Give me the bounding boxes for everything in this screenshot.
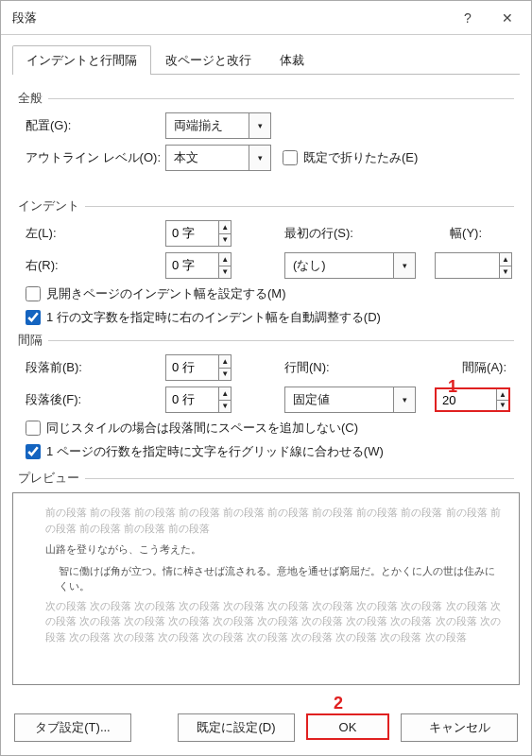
width-spin[interactable]: ▲▼ bbox=[435, 252, 512, 279]
firstline-value: (なし) bbox=[285, 257, 393, 274]
help-button[interactable]: ? bbox=[448, 4, 488, 32]
chevron-down-icon[interactable]: ▾ bbox=[249, 146, 270, 170]
dialog-content: 全般 配置(G): 両端揃え ▾ アウトライン レベル(O): 本文 ▾ 既定で… bbox=[1, 75, 531, 487]
indent-right-label: 右(R): bbox=[26, 257, 165, 274]
at-spin[interactable]: ▲▼ bbox=[435, 387, 510, 412]
spin-up-icon[interactable]: ▲ bbox=[219, 221, 231, 234]
outline-value: 本文 bbox=[166, 149, 249, 166]
at-label: 間隔(A): bbox=[417, 359, 514, 376]
alignment-value: 両端揃え bbox=[166, 117, 249, 134]
spin-down-icon[interactable]: ▼ bbox=[219, 266, 231, 279]
before-label: 段落前(B): bbox=[26, 359, 165, 376]
snapgrid-checkbox[interactable] bbox=[26, 444, 41, 459]
tab-pagebreaks[interactable]: 改ページと改行 bbox=[151, 45, 266, 75]
autoadjust-label: 1 行の文字数を指定時に右のインデント幅を自動調整する(D) bbox=[46, 309, 381, 326]
preview-next: 次の段落 次の段落 次の段落 次の段落 次の段落 次の段落 次の段落 次の段落 … bbox=[45, 598, 504, 645]
alignment-label: 配置(G): bbox=[26, 117, 165, 134]
linespacing-combo[interactable]: 固定値 ▾ bbox=[284, 387, 416, 413]
indent-left-input[interactable] bbox=[166, 221, 218, 246]
chevron-down-icon[interactable]: ▾ bbox=[249, 113, 270, 138]
group-preview: プレビュー bbox=[18, 470, 514, 487]
chevron-down-icon[interactable]: ▾ bbox=[393, 387, 415, 412]
spin-up-icon[interactable]: ▲ bbox=[219, 387, 231, 401]
paragraph-dialog: 段落 ? ✕ インデントと行間隔 改ページと改行 体裁 全般 配置(G): 両端… bbox=[0, 0, 532, 756]
spin-up-icon[interactable]: ▲ bbox=[219, 355, 231, 369]
group-indent: インデント bbox=[18, 198, 514, 215]
samestyle-label: 同じスタイルの場合は段落間にスペースを追加しない(C) bbox=[46, 420, 358, 437]
indent-left-label: 左(L): bbox=[26, 225, 165, 242]
preview-prev: 前の段落 前の段落 前の段落 前の段落 前の段落 前の段落 前の段落 前の段落 … bbox=[45, 505, 504, 536]
spin-down-icon[interactable]: ▼ bbox=[219, 401, 231, 413]
window-title: 段落 bbox=[12, 9, 448, 26]
spin-down-icon[interactable]: ▼ bbox=[219, 369, 231, 381]
after-spin[interactable]: ▲▼ bbox=[165, 387, 232, 413]
at-input[interactable] bbox=[437, 389, 496, 410]
firstline-label: 最初の行(S): bbox=[284, 225, 417, 242]
after-label: 段落後(F): bbox=[26, 391, 165, 408]
linespacing-label: 行間(N): bbox=[284, 359, 417, 376]
group-spacing: 間隔 bbox=[18, 332, 514, 349]
indent-left-spin[interactable]: ▲▼ bbox=[165, 220, 232, 247]
indent-right-spin[interactable]: ▲▼ bbox=[165, 252, 232, 279]
tab-format[interactable]: 体裁 bbox=[266, 45, 318, 75]
preview-sample1: 山路を登りながら、こう考えた。 bbox=[45, 541, 504, 558]
alignment-combo[interactable]: 両端揃え ▾ bbox=[165, 112, 271, 139]
indent-right-input[interactable] bbox=[166, 253, 218, 278]
after-input[interactable] bbox=[166, 387, 218, 412]
preview-box: 前の段落 前の段落 前の段落 前の段落 前の段落 前の段落 前の段落 前の段落 … bbox=[12, 492, 520, 685]
group-general: 全般 bbox=[18, 90, 514, 107]
outline-label: アウトライン レベル(O): bbox=[26, 149, 165, 166]
spin-down-icon[interactable]: ▼ bbox=[497, 401, 508, 411]
tabs-button[interactable]: タブ設定(T)... bbox=[14, 713, 131, 742]
linespacing-value: 固定値 bbox=[285, 391, 393, 408]
spin-up-icon[interactable]: ▲ bbox=[500, 253, 511, 266]
default-button[interactable]: 既定に設定(D) bbox=[178, 713, 295, 742]
width-label: 幅(Y): bbox=[417, 225, 514, 242]
autoadjust-checkbox[interactable] bbox=[26, 310, 41, 325]
spin-down-icon[interactable]: ▼ bbox=[500, 266, 511, 279]
width-input[interactable] bbox=[436, 253, 499, 278]
ok-button[interactable]: OK bbox=[306, 713, 389, 740]
outline-combo[interactable]: 本文 ▾ bbox=[165, 145, 271, 171]
tab-strip: インデントと行間隔 改ページと改行 体裁 bbox=[12, 44, 520, 75]
before-input[interactable] bbox=[166, 355, 218, 380]
spin-down-icon[interactable]: ▼ bbox=[219, 234, 231, 247]
preview-sample2: 智に働けば角が立つ。情に棹させば流される。意地を通せば窮屈だ。とかくに人の世は住… bbox=[59, 563, 504, 594]
before-spin[interactable]: ▲▼ bbox=[165, 354, 232, 381]
close-button[interactable]: ✕ bbox=[488, 4, 527, 32]
group-indent-label: インデント bbox=[18, 198, 79, 215]
group-general-label: 全般 bbox=[18, 90, 43, 107]
spin-up-icon[interactable]: ▲ bbox=[497, 389, 508, 401]
titlebar: 段落 ? ✕ bbox=[1, 1, 531, 35]
annotation-marker-2: 2 bbox=[334, 694, 343, 713]
cancel-button[interactable]: キャンセル bbox=[401, 713, 518, 742]
mirror-indent-checkbox[interactable] bbox=[26, 286, 41, 301]
collapse-checkbox[interactable] bbox=[283, 150, 298, 165]
spin-up-icon[interactable]: ▲ bbox=[219, 253, 231, 266]
group-preview-label: プレビュー bbox=[18, 470, 79, 487]
snapgrid-label: 1 ページの行数を指定時に文字を行グリッド線に合わせる(W) bbox=[46, 443, 384, 460]
samestyle-checkbox[interactable] bbox=[26, 421, 41, 436]
chevron-down-icon[interactable]: ▾ bbox=[393, 253, 415, 278]
collapse-label: 既定で折りたたみ(E) bbox=[303, 149, 418, 166]
group-spacing-label: 間隔 bbox=[18, 332, 43, 349]
button-bar: タブ設定(T)... 既定に設定(D) OK キャンセル bbox=[14, 713, 518, 742]
firstline-combo[interactable]: (なし) ▾ bbox=[284, 252, 416, 279]
tab-indent-spacing[interactable]: インデントと行間隔 bbox=[12, 45, 151, 75]
mirror-indent-label: 見開きページのインデント幅を設定する(M) bbox=[46, 285, 286, 302]
